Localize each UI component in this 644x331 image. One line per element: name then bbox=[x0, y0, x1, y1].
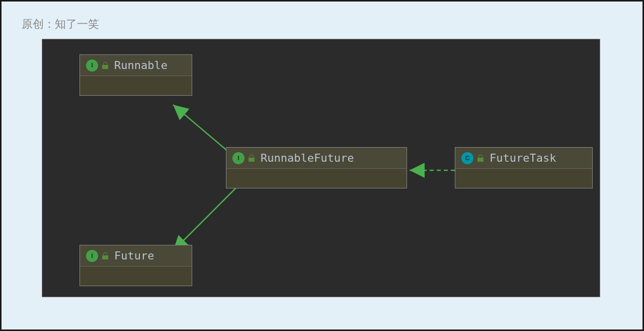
edge-runnablefuture-to-future bbox=[173, 185, 238, 251]
class-body bbox=[455, 169, 592, 188]
class-body bbox=[80, 267, 192, 286]
lock-icon bbox=[249, 155, 255, 162]
class-name-label: Future bbox=[114, 249, 154, 262]
class-box-runnablefuture: I RunnableFuture bbox=[226, 147, 407, 188]
class-header: I Runnable bbox=[80, 55, 192, 76]
class-name-label: FutureTask bbox=[490, 152, 556, 164]
class-header: C FutureTask bbox=[455, 148, 592, 169]
interface-icon: I bbox=[86, 250, 98, 262]
class-body bbox=[226, 169, 407, 188]
uml-diagram: I Runnable I Future I RunnableFuture C F… bbox=[42, 39, 600, 297]
class-name-label: Runnable bbox=[114, 59, 168, 72]
interface-icon: I bbox=[232, 152, 245, 164]
class-box-runnable: I Runnable bbox=[79, 54, 192, 96]
class-box-futuretask: C FutureTask bbox=[455, 147, 593, 188]
class-icon: C bbox=[461, 152, 473, 164]
class-box-future: I Future bbox=[79, 245, 192, 286]
class-name-label: RunnableFuture bbox=[261, 152, 354, 164]
interface-icon: I bbox=[86, 59, 98, 72]
class-header: I Future bbox=[80, 245, 192, 267]
class-body bbox=[80, 76, 192, 95]
lock-icon bbox=[477, 155, 484, 162]
lock-icon bbox=[102, 62, 108, 69]
lock-icon bbox=[102, 252, 108, 259]
class-header: I RunnableFuture bbox=[226, 148, 407, 169]
attribution-text: 原创：知了一笑 bbox=[22, 17, 99, 32]
